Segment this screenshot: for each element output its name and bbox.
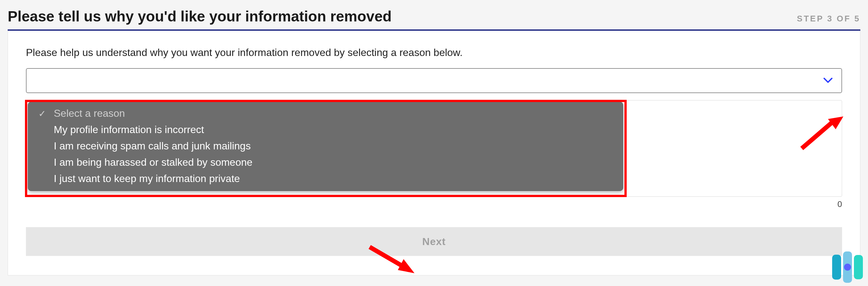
badge-bar-icon bbox=[832, 255, 841, 280]
badge-bar-icon bbox=[854, 255, 863, 279]
form-header: Please tell us why you'd like your infor… bbox=[8, 8, 860, 31]
brand-badge bbox=[832, 251, 863, 283]
dropdown-option-label: Select a reason bbox=[54, 107, 125, 119]
step-indicator: STEP 3 OF 5 bbox=[797, 14, 860, 24]
char-count: 0 bbox=[26, 197, 842, 209]
form-card: Please help us understand why you want y… bbox=[8, 31, 860, 276]
badge-bar-icon bbox=[843, 251, 852, 283]
instruction-text: Please help us understand why you want y… bbox=[26, 47, 842, 59]
dropdown-option-label: I am being harassed or stalked by someon… bbox=[54, 156, 252, 168]
dropdown-option[interactable]: I just want to keep my information priva… bbox=[28, 170, 623, 187]
dropdown-option-label: I am receiving spam calls and junk maili… bbox=[54, 140, 251, 152]
dropdown-option[interactable]: I am receiving spam calls and junk maili… bbox=[28, 138, 623, 154]
dropdown-option-label: My profile information is incorrect bbox=[54, 124, 204, 135]
page-title: Please tell us why you'd like your infor… bbox=[8, 8, 392, 25]
dropdown-option-placeholder[interactable]: ✓ Select a reason bbox=[28, 105, 623, 122]
dropdown-option-label: I just want to keep my information priva… bbox=[54, 173, 240, 184]
checkmark-icon: ✓ bbox=[38, 108, 46, 119]
dropdown-option[interactable]: My profile information is incorrect bbox=[28, 122, 623, 138]
dropdown-option[interactable]: I am being harassed or stalked by someon… bbox=[28, 154, 623, 170]
next-button[interactable]: Next bbox=[26, 227, 842, 256]
chevron-down-icon bbox=[824, 75, 833, 86]
svg-marker-3 bbox=[398, 259, 414, 273]
reason-dropdown-menu: ✓ Select a reason My profile information… bbox=[28, 102, 623, 191]
reason-select[interactable] bbox=[26, 68, 842, 93]
